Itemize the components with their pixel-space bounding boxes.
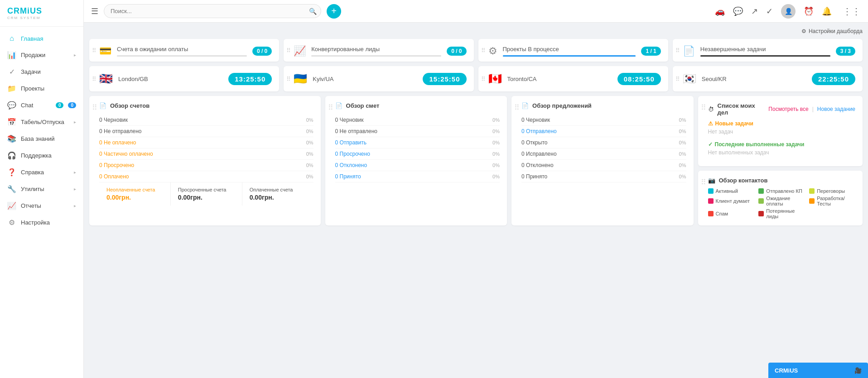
overview-row-0: 0 Черновик 0% [521, 115, 686, 126]
task-section-icon-0: ⚠ [708, 120, 713, 127]
sidebar-nav: ⌂ Главная📊 Продажи▸✓ Задачи📁 Проекты💬 Ch… [0, 27, 83, 378]
settings-bar[interactable]: ⚙ Настройки дашборда [89, 28, 863, 34]
row-pct-3: 0% [492, 151, 500, 157]
help-nav-icon: ❓ [7, 168, 16, 177]
legend-label-7: Потерянные лиды [766, 208, 805, 219]
sidebar-item-tasks[interactable]: ✓ Задачи [0, 63, 83, 80]
stat-icon-1: 📈 [294, 45, 306, 57]
legend-label-4: Ожидание оплаты [766, 196, 805, 206]
row-pct-4: 0% [679, 163, 686, 168]
overview-row-3: 0 Частично оплачено 0% [99, 148, 313, 160]
summary-label-1: Просроченные счета [178, 187, 235, 192]
proposals-title: 📄 Обзор предложений [521, 102, 686, 109]
flag-2: 🇨🇦 [488, 72, 502, 85]
sidebar-item-reports[interactable]: 📈 Отчеты▸ [0, 197, 83, 214]
drag-handle[interactable]: ⠿ [514, 103, 520, 112]
settings-label[interactable]: Настройки дашборда [809, 28, 863, 34]
overview-row-4: 0 Отклонено 0% [335, 160, 500, 171]
sidebar-item-support[interactable]: 🎧 Поддержка [0, 147, 83, 164]
sales-nav-icon: 📊 [7, 51, 16, 59]
row-label-4[interactable]: 0 Отклонено [335, 162, 367, 168]
row-label-3[interactable]: 0 Просрочено [335, 151, 370, 157]
sidebar-label-knowledge: База знаний [21, 135, 76, 142]
invoices-title: 📄 Обзор счетов [99, 102, 313, 109]
overview-row-5: 0 Оплачено 0% [99, 171, 313, 182]
overview-row-5: 0 Принято 0% [521, 171, 686, 182]
summary-label-2: Оплаченные счета [250, 187, 306, 192]
clock-card-2: ⠿ 🇨🇦 Toronto/CA 08:25:50 [478, 66, 668, 91]
badge2-chat: 0 [68, 102, 76, 108]
row-label-5: 0 Оплачено [99, 173, 129, 180]
drag-handle[interactable]: ⠿ [286, 47, 291, 54]
overview-row: ⠿ 📄 Обзор счетов 0 Черновик 0% 0 Не отпр… [89, 96, 863, 225]
clock-card-0: ⠿ 🇬🇧 London/GB 13:25:50 [89, 66, 279, 91]
drag-handle[interactable]: ⠿ [481, 47, 486, 54]
drag-handle[interactable]: ⠿ [481, 76, 486, 82]
sidebar-item-chat[interactable]: 💬 Chat00 [0, 97, 83, 114]
clock-location-1: Kyiv/UA [313, 76, 417, 82]
legend-label-5: Разработка/Тесты [817, 196, 855, 206]
bell-icon[interactable]: 🔔 [822, 6, 832, 16]
crm-bar[interactable]: CRMiUS 🎥 [768, 363, 868, 378]
row-pct-3: 0% [306, 151, 313, 157]
sidebar-label-reports: Отчеты [21, 202, 69, 209]
sidebar-item-utils[interactable]: 🔧 Утилиты▸ [0, 181, 83, 197]
legend-dot-0 [708, 188, 714, 194]
home-nav-icon: ⌂ [7, 34, 16, 43]
search-input[interactable] [104, 4, 321, 18]
legend-label-3: Клиент думает [716, 198, 750, 204]
legend-item-3: Клиент думает [708, 196, 754, 206]
clock-time-1: 15:25:50 [423, 73, 466, 85]
row-label-1: 0 Не отправлено [99, 128, 142, 134]
share-icon[interactable]: ↗ [751, 6, 758, 16]
sidebar-item-timesheet[interactable]: 📅 Табель/Отпуска▸ [0, 114, 83, 130]
overview-row-0: 0 Черновик 0% [99, 115, 313, 126]
sidebar-item-settings[interactable]: ⚙ Настройка [0, 214, 83, 231]
row-label-2[interactable]: 0 Отправить [335, 139, 367, 146]
legend-item-1: Отправлено КП [758, 188, 805, 194]
row-label-1[interactable]: 0 Отправлено [521, 128, 557, 134]
sidebar-item-help[interactable]: ❓ Справка▸ [0, 164, 83, 181]
drag-handle[interactable]: ⠿ [701, 103, 706, 112]
drag-handle[interactable]: ⠿ [92, 76, 96, 82]
drag-handle[interactable]: ⠿ [92, 47, 96, 54]
knowledge-nav-icon: 📚 [7, 134, 16, 143]
drag-handle[interactable]: ⠿ [675, 47, 680, 54]
avatar[interactable]: 👤 [781, 4, 796, 19]
stat-badge-0: 0 / 0 [252, 47, 272, 56]
sidebar-item-knowledge[interactable]: 📚 База знаний [0, 130, 83, 147]
row-label-4: 0 Отклонено [521, 162, 554, 168]
sidebar-item-sales[interactable]: 📊 Продажи▸ [0, 47, 83, 63]
sidebar-item-home[interactable]: ⌂ Главная [0, 30, 83, 47]
task-section-icon-1: ✓ [708, 141, 713, 148]
drag-handle[interactable]: ⠿ [92, 103, 97, 112]
stat-card-2: ⠿ ⚙ Проекты В процессе 1 / 1 [478, 39, 668, 62]
summary-amount-1: 0.00грн. [178, 194, 235, 201]
row-label-2: 0 Не оплачено [99, 139, 136, 146]
stat-icon-3: 📄 [683, 45, 695, 57]
drag-handle[interactable]: ⠿ [286, 76, 291, 82]
invoice-rows: 0 Черновик 0% 0 Не отправлено 0% 0 Не оп… [99, 115, 313, 182]
row-label-2: 0 Открыто [521, 139, 547, 146]
invoice-summary-1: Просроченные счета 0.00грн. [170, 182, 242, 206]
add-button[interactable]: + [327, 4, 341, 19]
drag-handle[interactable]: ⠿ [701, 178, 706, 187]
row-label-5[interactable]: 0 Принято [335, 173, 361, 180]
overview-row-5: 0 Принято 0% [335, 171, 500, 182]
drag-handle[interactable]: ⠿ [675, 76, 680, 82]
check-icon[interactable]: ✓ [766, 6, 773, 16]
drag-handle[interactable]: ⠿ [328, 103, 333, 112]
logo-name: CRMiUS [7, 6, 76, 16]
sidebar-item-projects[interactable]: 📁 Проекты [0, 80, 83, 97]
legend-dot-4 [758, 198, 764, 204]
expand-icon[interactable]: ⋮⋮ [843, 6, 861, 17]
stat-badge-2: 1 / 1 [641, 47, 661, 56]
proposals-overview-card: ⠿ 📄 Обзор предложений 0 Черновик 0% 0 От… [511, 96, 693, 225]
car-icon[interactable]: 🚗 [715, 6, 725, 16]
overview-row-2: 0 Отправить 0% [335, 137, 500, 148]
menu-toggle-icon[interactable]: ☰ [91, 6, 98, 16]
row-pct-4: 0% [306, 163, 313, 168]
message-icon[interactable]: 💬 [733, 6, 743, 16]
time-icon[interactable]: ⏰ [804, 6, 814, 16]
estimates-title: 📄 Обзор смет [335, 102, 500, 109]
